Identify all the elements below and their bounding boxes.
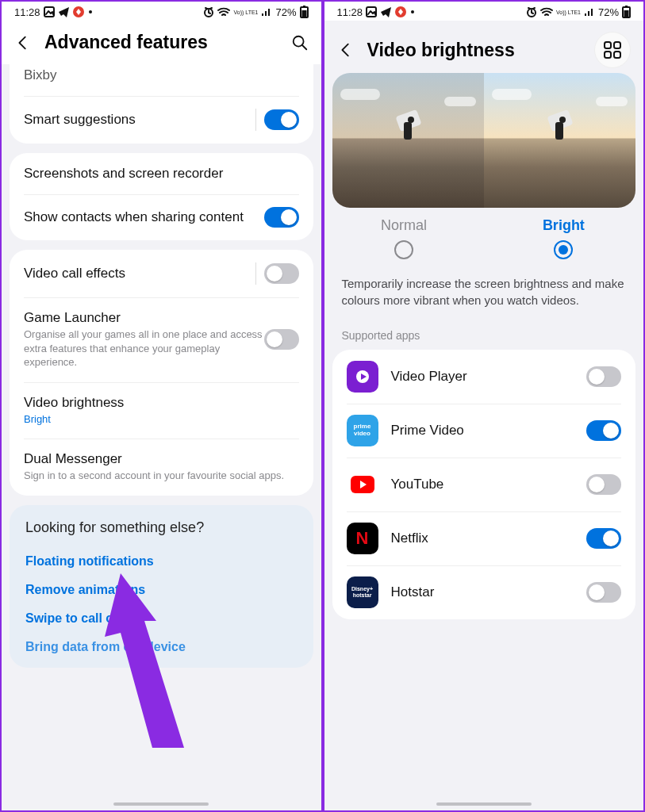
suggestion-head: Looking for something else? [25,519,298,536]
mode-normal[interactable]: Normal [324,217,484,259]
smart-suggestions-label: Smart suggestions [24,112,255,128]
svg-rect-15 [605,52,611,58]
status-bar: 11:28 Vo)) LTE1 72% [2,2,321,21]
show-contacts-toggle[interactable] [264,207,299,228]
svg-rect-16 [614,52,620,58]
prime-video-toggle[interactable] [586,420,621,441]
brightness-preview [332,73,636,208]
status-time: 11:28 [337,6,363,18]
row-video-brightness[interactable]: Video brightness Bright [10,382,313,439]
svg-rect-13 [605,42,611,48]
link-floating-notifications[interactable]: Floating notifications [25,547,298,576]
diamond-icon [395,6,406,17]
prime-video-icon: primevideo [347,415,378,446]
phone-left: 11:28 Vo)) LTE1 72% Advanced features Bi… [0,0,323,812]
hotstar-icon: Disney+hotstar [347,576,378,608]
wifi-icon [217,7,230,17]
link-remove-animations[interactable]: Remove animations [25,576,298,604]
row-bixby[interactable]: Bixby [10,64,313,96]
telegram-icon [58,6,70,18]
suggestion-card: Looking for something else? Floating not… [10,505,313,668]
dual-messenger-sub: Sign in to a second account in your favo… [24,469,299,483]
app-row-hotstar[interactable]: Disney+hotstar Hotstar [332,565,636,619]
hotstar-label: Hotstar [391,584,587,600]
battery-pct: 72% [598,6,619,18]
battery-pct: 72% [275,6,296,18]
row-video-call-effects[interactable]: Video call effects [10,250,313,297]
dual-messenger-label: Dual Messenger [24,451,299,467]
battery-icon [622,6,631,18]
screen-recorder-label: Screenshots and screen recorder [24,166,299,182]
signal-icon [584,7,595,17]
video-player-icon [347,361,378,393]
diamond-icon [73,6,84,17]
picture-icon [44,6,55,17]
svg-rect-12 [624,10,629,17]
alarm-icon [203,6,214,17]
netflix-label: Netflix [391,530,587,546]
row-game-launcher[interactable]: Game Launcher Organise all your games al… [10,297,313,382]
apps-button[interactable] [594,32,631,68]
video-brightness-sub: Bright [24,412,299,427]
page-title: Video brightness [367,40,582,61]
svg-rect-14 [614,42,620,48]
supported-apps-label: Supported apps [324,313,644,347]
mode-selector: Normal Bright [324,208,644,264]
svg-rect-4 [303,6,305,7]
app-row-video-player[interactable]: Video Player [332,350,636,404]
brightness-description: Temporarily increase the screen brightne… [324,264,644,313]
status-time: 11:28 [14,6,40,18]
game-launcher-toggle[interactable] [264,329,299,350]
status-bar: 11:28 Vo)) LTE1 72% [324,2,644,21]
home-indicator[interactable] [436,802,532,806]
row-show-contacts[interactable]: Show contacts when sharing content [10,194,313,240]
video-brightness-label: Video brightness [24,395,299,411]
hotstar-toggle[interactable] [586,582,621,603]
svg-rect-11 [625,6,628,7]
radio-bright[interactable] [554,240,573,259]
smart-suggestions-toggle[interactable] [264,109,299,130]
radio-normal[interactable] [394,240,413,259]
game-launcher-sub: Organise all your games all in one place… [24,327,264,370]
header-right: Video brightness [324,21,644,73]
back-icon[interactable] [14,34,32,52]
show-contacts-label: Show contacts when sharing content [24,209,264,225]
phone-right: 11:28 Vo)) LTE1 72% Video brightness [323,0,646,812]
mode-bright-label: Bright [543,217,585,234]
page-title: Advanced features [44,32,278,53]
netflix-toggle[interactable] [586,528,621,549]
youtube-toggle[interactable] [586,474,621,495]
app-row-youtube[interactable]: YouTube [332,458,636,511]
row-smart-suggestions[interactable]: Smart suggestions [10,96,313,144]
search-icon[interactable] [291,34,309,52]
video-call-effects-toggle[interactable] [264,263,299,284]
mode-bright[interactable]: Bright [484,217,643,259]
mode-normal-label: Normal [381,217,427,234]
row-dual-messenger[interactable]: Dual Messenger Sign in to a second accou… [10,439,313,496]
video-player-toggle[interactable] [586,366,621,387]
home-indicator[interactable] [113,802,209,806]
row-screen-recorder[interactable]: Screenshots and screen recorder [10,153,313,194]
signal-icon [261,7,272,17]
battery-icon [300,6,309,18]
netflix-icon: N [347,523,378,554]
app-row-prime-video[interactable]: primevideo Prime Video [332,404,636,458]
prime-video-label: Prime Video [391,423,587,439]
bixby-label: Bixby [24,67,299,83]
link-bring-data[interactable]: Bring data from old device [25,633,298,661]
alarm-icon [526,6,537,17]
back-icon[interactable] [337,41,355,59]
telegram-icon [380,6,392,18]
picture-icon [366,6,377,17]
video-player-label: Video Player [391,369,587,385]
svg-rect-5 [301,10,306,17]
wifi-icon [540,7,553,17]
video-call-effects-label: Video call effects [24,266,255,282]
link-swipe-call-text[interactable]: Swipe to call or text [25,604,298,633]
game-launcher-label: Game Launcher [24,310,264,326]
app-row-netflix[interactable]: N Netflix [332,511,636,565]
net-label: Vo)) LTE1 [233,10,258,15]
youtube-icon [347,469,378,500]
youtube-label: YouTube [391,477,587,492]
header-left: Advanced features [2,21,321,64]
